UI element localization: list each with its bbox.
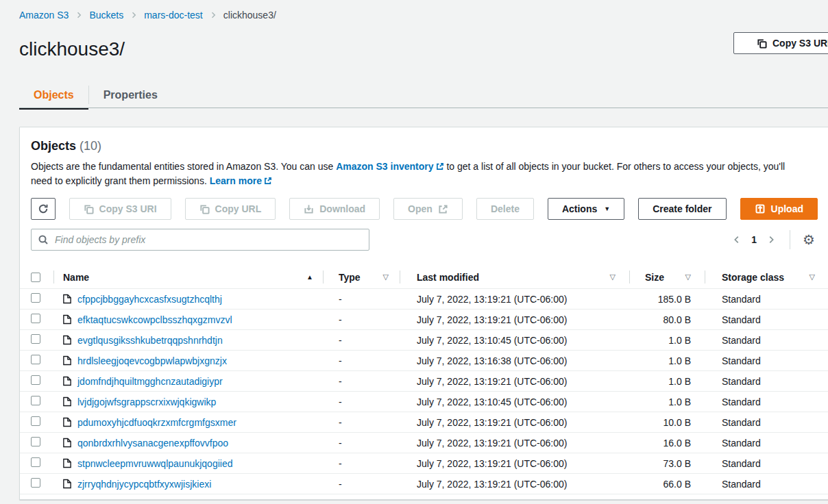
object-name-link[interactable]: evgtlqusgiksshkubetrqqpshnrhdtjn xyxy=(77,335,223,346)
filter-icon[interactable]: ▽ xyxy=(610,273,616,281)
object-storage-class: Standard xyxy=(705,314,828,325)
chevron-right-icon xyxy=(209,11,217,19)
object-type: - xyxy=(323,314,400,325)
previous-page-button[interactable] xyxy=(729,232,744,247)
column-header-storage-class[interactable]: Storage class ▽ xyxy=(705,266,828,288)
filter-icon[interactable]: ▽ xyxy=(809,273,815,281)
object-name-link[interactable]: stpnwcleepmvruwwqlpaunukjqogiied xyxy=(77,458,232,469)
object-name-link[interactable]: jdomfndjhquiltmgghcnzautadigiypr xyxy=(77,376,223,387)
table-row: zjrryqhdnjycypcqbtfxyxwjisjkiexi - July … xyxy=(20,474,828,494)
preferences-gear-icon[interactable]: ⚙ xyxy=(800,231,818,248)
row-checkbox[interactable] xyxy=(31,293,40,303)
row-checkbox[interactable] xyxy=(31,375,40,385)
breadcrumb-link-buckets[interactable]: Buckets xyxy=(89,10,123,21)
refresh-button[interactable] xyxy=(31,198,56,220)
open-button[interactable]: Open xyxy=(393,198,463,220)
object-last-modified: July 7, 2022, 13:16:38 (UTC-06:00) xyxy=(400,355,629,366)
table-row: evgtlqusgiksshkubetrqqpshnrhdtjn - July … xyxy=(20,330,828,351)
column-label-last-modified: Last modified xyxy=(417,272,479,283)
object-name-link[interactable]: efktaqtucswkcowpclbsszhqxgzmvzvl xyxy=(77,314,232,325)
search-input[interactable] xyxy=(31,229,369,251)
breadcrumb: Amazon S3 Buckets mars-doc-test clickhou… xyxy=(19,10,276,21)
tab-objects[interactable]: Objects xyxy=(19,83,88,110)
row-checkbox[interactable] xyxy=(31,396,40,405)
object-type: - xyxy=(323,376,400,387)
column-header-name[interactable]: Name ▲ xyxy=(53,266,323,288)
external-link-icon xyxy=(264,175,272,188)
object-size: 185.0 B xyxy=(645,294,691,305)
object-name-link[interactable]: cfppcjbbggayhcxcasfxsugtzhcqlthj xyxy=(77,294,222,305)
sort-ascending-icon[interactable]: ▲ xyxy=(306,273,313,281)
copy-s3-uri-top-button[interactable]: Copy S3 URI xyxy=(733,32,828,54)
object-size: 80.0 B xyxy=(645,314,691,325)
column-header-size[interactable]: Size ▽ xyxy=(629,266,705,288)
column-header-last-modified[interactable]: Last modified ▽ xyxy=(400,266,629,288)
select-all-checkbox[interactable] xyxy=(31,273,40,282)
breadcrumb-link-amazon-s3[interactable]: Amazon S3 xyxy=(19,10,69,21)
object-last-modified: July 7, 2022, 13:19:21 (UTC-06:00) xyxy=(400,458,629,469)
breadcrumb-link-bucket[interactable]: mars-doc-test xyxy=(144,10,203,21)
table-row: qonbrdxrhlvysanacgenexpffovvfpoo - July … xyxy=(20,433,828,453)
row-checkbox[interactable] xyxy=(31,478,40,488)
copy-s3-uri-button[interactable]: Copy S3 URI xyxy=(69,198,171,220)
copy-url-button[interactable]: Copy URL xyxy=(185,198,276,220)
object-size: 66.0 B xyxy=(645,479,691,490)
filter-icon[interactable]: ▽ xyxy=(685,273,691,281)
file-icon xyxy=(63,438,71,448)
row-checkbox[interactable] xyxy=(31,355,40,364)
object-size: 16.0 B xyxy=(645,438,691,449)
row-checkbox[interactable] xyxy=(31,437,40,446)
object-name-link[interactable]: qonbrdxrhlvysanacgenexpffovvfpoo xyxy=(77,438,228,449)
row-checkbox[interactable] xyxy=(31,314,40,323)
amazon-s3-inventory-link[interactable]: Amazon S3 inventory xyxy=(336,161,433,172)
table-row: stpnwcleepmvruwwqlpaunukjqogiied - July … xyxy=(20,453,828,474)
copy-url-label: Copy URL xyxy=(215,203,262,214)
upload-label: Upload xyxy=(771,203,803,214)
copy-icon xyxy=(757,38,767,49)
column-label-name: Name xyxy=(63,272,89,283)
file-icon xyxy=(63,314,71,325)
object-type: - xyxy=(323,294,400,305)
filter-icon[interactable]: ▽ xyxy=(383,273,389,281)
actions-button[interactable]: Actions ▼ xyxy=(548,198,624,220)
row-checkbox[interactable] xyxy=(31,416,40,426)
create-folder-button[interactable]: Create folder xyxy=(638,198,726,220)
object-type: - xyxy=(323,417,400,428)
download-button[interactable]: Download xyxy=(289,198,380,220)
object-size: 1.0 B xyxy=(645,376,691,387)
objects-count: (10) xyxy=(80,139,101,153)
copy-icon xyxy=(199,204,210,214)
object-last-modified: July 7, 2022, 13:10:45 (UTC-06:00) xyxy=(400,396,629,407)
object-name-link[interactable]: zjrryqhdnjycypcqbtfxyxwjisjkiexi xyxy=(77,479,211,490)
object-name-link[interactable]: hrdlsleegjoqevcogbpwlapwbjxgnzjx xyxy=(77,355,227,366)
delete-button[interactable]: Delete xyxy=(476,198,534,220)
object-storage-class: Standard xyxy=(705,355,828,366)
object-last-modified: July 7, 2022, 13:19:21 (UTC-06:00) xyxy=(400,314,629,325)
object-name-link[interactable]: lvjdjgojwfsgrappscrxixwjqkigwikp xyxy=(77,396,216,407)
file-icon xyxy=(63,376,71,386)
object-type: - xyxy=(323,335,400,346)
table-row: cfppcjbbggayhcxcasfxsugtzhcqlthj - July … xyxy=(20,289,828,310)
tab-properties[interactable]: Properties xyxy=(89,83,172,110)
learn-more-link[interactable]: Learn more xyxy=(210,175,262,186)
file-icon xyxy=(63,335,71,345)
object-storage-class: Standard xyxy=(705,396,828,407)
object-name-link[interactable]: pdumoxyhjcdfuoqkrzxmfcrgmfgsxmer xyxy=(77,417,236,428)
object-storage-class: Standard xyxy=(705,417,828,428)
object-type: - xyxy=(323,396,400,407)
object-size: 1.0 B xyxy=(645,396,691,407)
object-last-modified: July 7, 2022, 13:19:21 (UTC-06:00) xyxy=(400,417,629,428)
file-icon xyxy=(63,417,71,427)
row-checkbox[interactable] xyxy=(31,457,40,467)
object-last-modified: July 7, 2022, 13:19:21 (UTC-06:00) xyxy=(400,479,629,490)
next-page-button[interactable] xyxy=(764,232,779,247)
file-icon xyxy=(63,479,71,489)
search-icon xyxy=(38,234,49,245)
upload-button[interactable]: Upload xyxy=(740,198,818,220)
download-icon xyxy=(304,204,314,214)
chevron-right-icon xyxy=(75,11,83,19)
download-label: Download xyxy=(319,203,365,214)
column-header-type[interactable]: Type ▽ xyxy=(323,266,400,288)
table-header-row: Name ▲ Type ▽ Last modified ▽ Size ▽ Sto… xyxy=(20,266,828,289)
row-checkbox[interactable] xyxy=(31,334,40,344)
